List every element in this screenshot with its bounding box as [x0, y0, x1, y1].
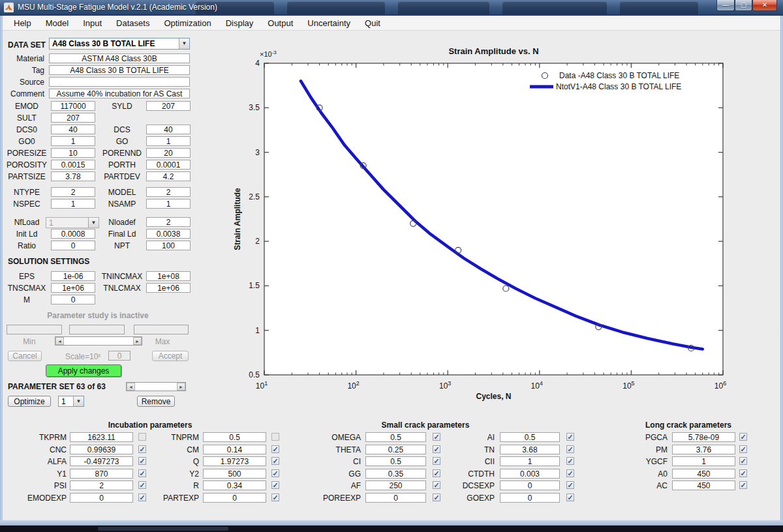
field-tag[interactable]: A48 Class 30 B TOTAL LIFE	[49, 65, 190, 75]
param-field-y2[interactable]: 500	[203, 469, 266, 479]
menu-optimization[interactable]: Optimization	[157, 16, 217, 30]
param-checkbox-y1[interactable]: ✓	[138, 469, 146, 477]
field-nsamp[interactable]: 1	[146, 199, 191, 209]
field-nloadef[interactable]: 2	[146, 217, 191, 227]
param-field-pm[interactable]: 3.76	[672, 445, 735, 454]
field-ntype[interactable]: 2	[51, 187, 95, 197]
param-field-q[interactable]: 1.97273	[203, 456, 266, 466]
field-eps[interactable]: 1e-06	[51, 271, 95, 281]
menu-help[interactable]: Help	[7, 16, 38, 30]
param-field-af[interactable]: 250	[365, 480, 426, 490]
field-tnincmax[interactable]: 1e+08	[146, 271, 191, 281]
field-final-ld[interactable]: 0.0038	[146, 229, 191, 239]
menu-model[interactable]: Model	[39, 16, 75, 30]
param-checkbox-y2[interactable]: ✓	[271, 469, 279, 477]
slider-right-arrow-icon[interactable]: ►	[133, 337, 142, 345]
field-go0[interactable]: 1	[51, 136, 95, 146]
param-field-ac[interactable]: 450	[672, 480, 735, 490]
param-checkbox-cnc[interactable]: ✓	[138, 445, 146, 453]
menu-output[interactable]: Output	[261, 16, 299, 30]
field-porth[interactable]: 0.0001	[146, 160, 191, 170]
param-field-theta[interactable]: 0.25	[365, 445, 426, 454]
field-tnscmax[interactable]: 1e+06	[51, 283, 95, 293]
param-checkbox-tnprm[interactable]	[271, 433, 279, 441]
param-checkbox-cm[interactable]: ✓	[271, 445, 279, 453]
param-checkbox-gg[interactable]: ✓	[433, 469, 440, 477]
menu-display[interactable]: Display	[219, 16, 260, 30]
param-field-gg[interactable]: 0.35	[365, 469, 426, 479]
param-field-partexp[interactable]: 0	[203, 493, 266, 503]
field-comment[interactable]: Assume 40% incubation for AS Cast	[49, 89, 190, 98]
field-syld[interactable]: 207	[146, 101, 191, 111]
param-field-cii[interactable]: 1	[500, 456, 560, 466]
field-poresize[interactable]: 10	[51, 148, 95, 158]
remove-button[interactable]: Remove	[137, 396, 175, 407]
field-model[interactable]: 2	[146, 187, 191, 197]
slider-left-arrow-icon[interactable]: ◄	[55, 337, 64, 345]
param-checkbox-theta[interactable]: ✓	[433, 445, 440, 453]
dataset-dropdown[interactable]: A48 Class 30 B TOTAL LIFE▼	[49, 38, 190, 50]
menu-input[interactable]: Input	[76, 16, 108, 30]
param-field-dcsexp[interactable]: 0	[500, 480, 560, 490]
parameter-set-slider[interactable]: ◄►	[126, 382, 186, 391]
param-checkbox-partexp[interactable]: ✓	[271, 494, 279, 501]
optimize-count-dropdown[interactable]: 1▼	[58, 396, 84, 407]
param-field-poreexp[interactable]: 0	[365, 493, 426, 503]
param-checkbox-af[interactable]: ✓	[433, 481, 440, 489]
slider-left-arrow-icon[interactable]: ◄	[127, 383, 135, 391]
param-checkbox-r[interactable]: ✓	[271, 481, 279, 489]
optimize-button[interactable]: Optimize	[8, 396, 51, 407]
maximize-button[interactable]: ▢	[735, 0, 752, 11]
param-checkbox-ctdth[interactable]: ✓	[566, 469, 574, 477]
field-emod[interactable]: 117000	[51, 101, 95, 111]
accept-button[interactable]: Accept	[152, 351, 189, 361]
param-field-y1[interactable]: 870	[70, 469, 133, 479]
param-field-ai[interactable]: 0.5	[500, 432, 560, 442]
dropdown-arrow-icon[interactable]: ▼	[73, 396, 84, 406]
param-checkbox-ygcf[interactable]: ✓	[739, 457, 747, 465]
param-checkbox-q[interactable]: ✓	[271, 457, 279, 465]
field-dcs[interactable]: 40	[146, 125, 191, 134]
field-porosity[interactable]: 0.0015	[51, 160, 95, 170]
param-study-slider[interactable]: ◄►	[55, 336, 142, 346]
param-checkbox-ci[interactable]: ✓	[433, 457, 440, 465]
param-checkbox-emodexp[interactable]: ✓	[138, 494, 146, 501]
param-checkbox-dcsexp[interactable]: ✓	[566, 481, 574, 489]
param-field-ygcf[interactable]: 1	[672, 456, 735, 466]
field-go[interactable]: 1	[146, 136, 191, 146]
param-field-tnprm[interactable]: 0.5	[203, 432, 266, 442]
param-field-alfa[interactable]: -0.497273	[70, 456, 133, 466]
field-porennd[interactable]: 20	[146, 148, 191, 158]
menu-quit[interactable]: Quit	[358, 16, 387, 30]
param-checkbox-omega[interactable]: ✓	[433, 433, 440, 441]
field-sult[interactable]: 207	[51, 113, 95, 123]
field-ratio[interactable]: 0	[51, 241, 95, 250]
param-checkbox-ai[interactable]: ✓	[566, 433, 574, 441]
dropdown-arrow-icon[interactable]: ▼	[179, 38, 189, 49]
cancel-button[interactable]: Cancel	[8, 351, 42, 361]
field-npt[interactable]: 100	[146, 241, 191, 250]
param-checkbox-pm[interactable]: ✓	[739, 445, 747, 453]
param-field-omega[interactable]: 0.5	[365, 432, 426, 442]
param-checkbox-tn[interactable]: ✓	[566, 445, 574, 453]
field-nfload[interactable]: 1▼	[46, 217, 99, 228]
param-field-tkprm[interactable]: 1623.11	[70, 432, 133, 442]
param-field-emodexp[interactable]: 0	[70, 493, 133, 503]
field-material[interactable]: ASTM A48 Class 30B	[49, 53, 190, 63]
scale-field[interactable]: 0	[108, 351, 130, 361]
param-checkbox-cii[interactable]: ✓	[566, 457, 574, 465]
param-field-goexp[interactable]: 0	[500, 493, 560, 503]
field-tnlcmax[interactable]: 1e+06	[146, 283, 191, 293]
field-m[interactable]: 0	[51, 295, 95, 304]
menu-datasets[interactable]: Datasets	[110, 16, 156, 30]
param-field-pgca[interactable]: 5.78e-09	[672, 432, 735, 442]
slider-right-arrow-icon[interactable]: ►	[177, 383, 185, 391]
param-field-r[interactable]: 0.34	[203, 480, 266, 490]
param-field-psi[interactable]: 2	[70, 480, 133, 490]
field-source[interactable]	[49, 77, 190, 87]
param-checkbox-poreexp[interactable]: ✓	[433, 494, 440, 501]
param-field-cnc[interactable]: 0.99639	[70, 445, 133, 454]
param-field-a0[interactable]: 450	[672, 469, 735, 479]
field-nspec[interactable]: 1	[51, 199, 95, 209]
param-field-cm[interactable]: 0.14	[203, 445, 266, 454]
